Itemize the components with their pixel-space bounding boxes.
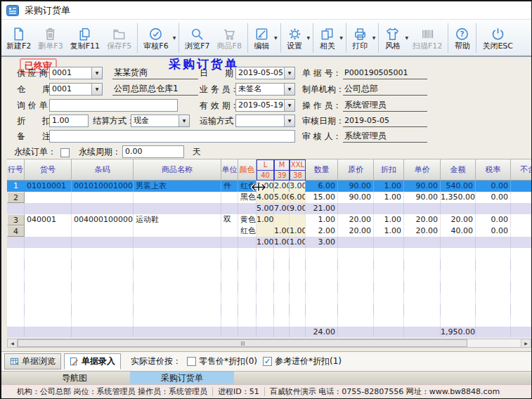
- grid-cell[interactable]: [7, 304, 25, 315]
- grid-cell[interactable]: 7.00: [274, 203, 290, 214]
- grid-cell[interactable]: [274, 270, 290, 282]
- grid-cell[interactable]: 件: [221, 181, 238, 192]
- chevron-down-icon[interactable]: ▼: [173, 35, 176, 40]
- perpetual-checkbox[interactable]: [60, 148, 70, 157]
- grid-cell[interactable]: [338, 237, 374, 248]
- grid-cell[interactable]: [404, 282, 441, 293]
- grid-cell[interactable]: [25, 203, 72, 214]
- grid-cell[interactable]: [306, 248, 338, 259]
- grid-cell[interactable]: [7, 315, 25, 327]
- column-header[interactable]: 不含税: [511, 159, 531, 181]
- grid-row[interactable]: 24.001,950.00: [7, 327, 531, 337]
- grid-cell[interactable]: 20.00: [404, 225, 441, 237]
- grid-row[interactable]: 1.001.001.003.00: [7, 237, 531, 248]
- new-button[interactable]: 新建F2: [3, 25, 34, 51]
- grid-cell[interactable]: [25, 248, 72, 259]
- grid-cell[interactable]: 20.00: [441, 214, 476, 225]
- grid-cell[interactable]: 90.00: [338, 181, 374, 192]
- column-header[interactable]: 原价: [338, 159, 374, 181]
- grid-cell[interactable]: [257, 248, 274, 259]
- grid-cell[interactable]: 2.00: [274, 181, 290, 192]
- grid-cell[interactable]: [134, 248, 221, 259]
- grid-cell[interactable]: [511, 225, 531, 237]
- grid-cell[interactable]: [221, 293, 238, 304]
- grid-cell[interactable]: [72, 315, 134, 327]
- chevron-down-icon[interactable]: ▼: [405, 35, 408, 40]
- grid-cell[interactable]: [134, 225, 221, 237]
- grid-cell[interactable]: [25, 304, 72, 315]
- grid-cell[interactable]: [476, 293, 511, 304]
- grid-cell[interactable]: [290, 282, 306, 293]
- column-header[interactable]: 行号: [7, 159, 25, 181]
- scroll-right-arrow[interactable]: ▶: [521, 339, 531, 347]
- grid-cell[interactable]: [290, 248, 306, 259]
- grid-cell[interactable]: 双: [221, 214, 238, 225]
- grid-cell[interactable]: [338, 270, 374, 282]
- grid-cell[interactable]: [25, 327, 72, 337]
- grid-cell[interactable]: [338, 304, 374, 315]
- dropdown-button[interactable]: ▼: [91, 67, 102, 79]
- grid-cell[interactable]: 040001: [25, 214, 72, 225]
- grid-cell[interactable]: [404, 237, 441, 248]
- audit-button[interactable]: 审核F6: [140, 25, 171, 51]
- reference-price-option[interactable]: 参考进价*折扣(1): [263, 355, 342, 367]
- cycle-input[interactable]: 0.00: [122, 145, 184, 158]
- grid-cell[interactable]: [238, 248, 257, 259]
- grid-cell[interactable]: [476, 327, 511, 337]
- grid-cell[interactable]: 3: [7, 214, 25, 225]
- grid-cell[interactable]: [404, 259, 441, 270]
- grid-row[interactable]: 2黑色4.005.006.0015.0090.001.0090.001,350.…: [7, 192, 531, 203]
- grid-cell[interactable]: 90.00: [404, 181, 441, 192]
- grid-cell[interactable]: 540.00: [441, 181, 476, 192]
- grid-row[interactable]: [7, 259, 531, 270]
- grid-cell[interactable]: 0.00: [476, 181, 511, 192]
- grid-cell[interactable]: [441, 203, 476, 214]
- grid-cell[interactable]: [72, 225, 134, 237]
- grid-row[interactable]: [7, 270, 531, 282]
- transport-combo[interactable]: ▼: [235, 115, 295, 127]
- grid-cell[interactable]: [306, 304, 338, 315]
- grid-cell[interactable]: [238, 259, 257, 270]
- close-button[interactable]: 关闭ESC: [479, 25, 517, 51]
- remark-input[interactable]: [49, 130, 295, 143]
- column-header[interactable]: 条码: [72, 159, 134, 181]
- browse-button[interactable]: 浏览F7: [181, 25, 213, 51]
- grid-cell[interactable]: [238, 282, 257, 293]
- grid-cell[interactable]: [25, 237, 72, 248]
- grid-cell[interactable]: [221, 327, 238, 337]
- grid-cell[interactable]: [7, 203, 25, 214]
- edit-button[interactable]: 编辑: [250, 25, 273, 51]
- grid-cell[interactable]: [338, 315, 374, 327]
- grid-cell[interactable]: [511, 203, 531, 214]
- grid-cell[interactable]: [441, 304, 476, 315]
- grid-cell[interactable]: [134, 315, 221, 327]
- grid-cell[interactable]: [7, 237, 25, 248]
- column-header[interactable]: 颜色: [238, 159, 257, 181]
- grid-cell[interactable]: [306, 259, 338, 270]
- help-button[interactable]: ? 帮助: [450, 25, 474, 51]
- grid-cell[interactable]: 1.00: [290, 225, 306, 237]
- grid-row[interactable]: [7, 304, 531, 315]
- grid-cell[interactable]: [404, 327, 441, 337]
- grid-cell[interactable]: [221, 225, 238, 237]
- grid-cell[interactable]: [7, 293, 25, 304]
- grid-cell[interactable]: 2: [7, 192, 25, 203]
- grid-cell[interactable]: [238, 304, 257, 315]
- column-header[interactable]: 税率: [476, 159, 511, 181]
- chevron-down-icon[interactable]: ▼: [274, 35, 278, 40]
- grid-cell[interactable]: [257, 225, 274, 237]
- grid-cell[interactable]: [257, 259, 274, 270]
- grid-cell[interactable]: 红色: [238, 225, 257, 237]
- column-header[interactable]: 单位: [221, 159, 238, 181]
- dropdown-button[interactable]: ▼: [284, 67, 294, 79]
- grid-cell[interactable]: 20.00: [404, 214, 441, 225]
- grid-cell[interactable]: 6.00: [290, 192, 306, 203]
- horizontal-scrollbar[interactable]: ◀ ▶: [7, 339, 531, 348]
- grid-cell[interactable]: [374, 270, 404, 282]
- grid-cell[interactable]: [134, 282, 221, 293]
- chevron-down-icon[interactable]: ▼: [307, 35, 311, 40]
- grid-cell[interactable]: [290, 315, 306, 327]
- grid-cell[interactable]: [290, 270, 306, 282]
- grid-cell[interactable]: [134, 304, 221, 315]
- grid-cell[interactable]: [374, 304, 404, 315]
